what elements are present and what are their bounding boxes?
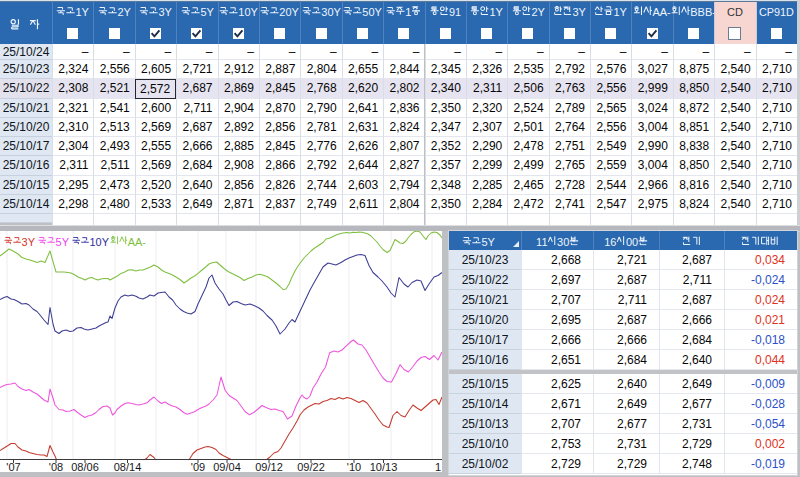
svg-text:AA-: AA- [653, 6, 672, 18]
svg-text:'09: '09 [191, 461, 205, 473]
svg-text:08/06: 08/06 [71, 461, 99, 473]
svg-text:08/14: 08/14 [114, 461, 142, 473]
svg-text:09/22: 09/22 [297, 461, 325, 473]
svg-text:3Y: 3Y [572, 6, 586, 18]
svg-text:'07: '07 [6, 461, 20, 473]
svg-text:2Y: 2Y [117, 6, 131, 18]
svg-text:'10: '10 [347, 461, 361, 473]
svg-text:CD: CD [727, 6, 743, 18]
svg-text:16: 16 [604, 236, 616, 248]
svg-text:2Y: 2Y [531, 6, 545, 18]
svg-text:1Y: 1Y [614, 6, 628, 18]
svg-text:1: 1 [406, 6, 412, 18]
svg-text:11: 11 [536, 236, 547, 248]
svg-text:50Y: 50Y [362, 6, 382, 18]
svg-text:09/12: 09/12 [255, 461, 283, 473]
svg-text:3Y: 3Y [22, 236, 36, 248]
svg-text:5Y: 5Y [56, 236, 70, 248]
svg-text:30: 30 [557, 236, 569, 248]
svg-text:00: 00 [626, 236, 638, 248]
svg-text:BBB-: BBB- [690, 6, 716, 18]
svg-text:10/13: 10/13 [370, 461, 398, 473]
svg-text:'08: '08 [49, 461, 63, 473]
svg-text:10Y: 10Y [90, 236, 110, 248]
svg-text:09/04: 09/04 [213, 461, 241, 473]
svg-text:5Y: 5Y [481, 236, 495, 248]
svg-text:3Y: 3Y [158, 6, 172, 18]
svg-text:1Y: 1Y [76, 6, 90, 18]
svg-text:1Y: 1Y [490, 6, 504, 18]
svg-text:CP91D: CP91D [759, 6, 794, 18]
svg-text:AA-: AA- [128, 236, 147, 248]
svg-text:91: 91 [448, 6, 460, 18]
svg-text:20Y: 20Y [280, 6, 300, 18]
svg-text:1: 1 [435, 461, 441, 473]
svg-text:5Y: 5Y [200, 6, 214, 18]
svg-text:10Y: 10Y [238, 6, 258, 18]
svg-text:30Y: 30Y [321, 6, 341, 18]
